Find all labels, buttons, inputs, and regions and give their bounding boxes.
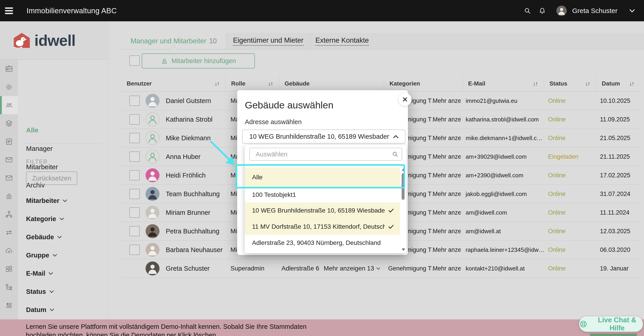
- user-name: Team Buchhaltung: [166, 190, 220, 198]
- avatar: [146, 94, 160, 108]
- hamburger-menu-icon[interactable]: [5, 7, 14, 14]
- address-select[interactable]: 10 WEG Brunhildenstraße 10, 65189 Wiesba…: [242, 129, 406, 144]
- sort-icons[interactable]: ↓↑: [585, 80, 590, 87]
- chevron-down-icon: [52, 254, 57, 257]
- add-employee-button[interactable]: Mitarbeiter hinzufügen: [142, 53, 255, 68]
- settings-gear-icon[interactable]: [0, 78, 18, 96]
- scroll-down-arrow[interactable]: [402, 249, 405, 251]
- user-date: 12.03.2025: [596, 228, 640, 235]
- dropdown-scrollbar[interactable]: [401, 168, 405, 251]
- chevron-up-icon: [393, 135, 399, 138]
- hierarchy-tree-icon[interactable]: [0, 278, 18, 296]
- categories-more-link[interactable]: Mehr anzeigen: [433, 191, 461, 198]
- document-icon[interactable]: [0, 132, 18, 151]
- row-checkbox[interactable]: [130, 151, 140, 162]
- sort-icons[interactable]: ↓↑: [533, 80, 538, 87]
- filter-kategorie[interactable]: Kategorie: [26, 215, 64, 223]
- components-grid-icon[interactable]: [0, 260, 18, 278]
- sitemap-icon[interactable]: [0, 205, 18, 223]
- select-all-checkbox[interactable]: [130, 55, 140, 66]
- row-checkbox[interactable]: [130, 207, 140, 218]
- search-icon[interactable]: [523, 6, 532, 15]
- filter-mitarbeiter[interactable]: Mitarbeiter: [26, 197, 68, 205]
- user-email: am+2390@idwell.com: [462, 172, 544, 179]
- tab-manager-und-mitarbeiter[interactable]: Manager und Mitarbeiter 10: [121, 33, 226, 49]
- building-more-toggle[interactable]: Mehr anzeigen 13: [324, 265, 380, 272]
- avatar: [146, 224, 160, 238]
- building-cell: Adlerstraße 6 Mehr anzeigen 13: [279, 265, 384, 272]
- sort-icons[interactable]: ↓↑: [268, 80, 273, 87]
- categories-value: Genehmigung T…: [388, 265, 433, 272]
- mail-icon[interactable]: [0, 151, 18, 169]
- categories-more-link[interactable]: Mehr anzeigen: [433, 209, 461, 216]
- categories-more-link[interactable]: Mehr anzeigen: [433, 265, 461, 272]
- row-checkbox[interactable]: [130, 114, 140, 125]
- column-rolle: Rolle: [231, 80, 246, 87]
- tab-externe-kontakte[interactable]: Externe Kontakte: [310, 33, 374, 49]
- user-email: mike.diekmann+1@idwell.c…: [462, 135, 544, 142]
- user-name[interactable]: Greta Schuster: [572, 7, 618, 14]
- categories-more-link[interactable]: Mehr anzeigen: [433, 247, 461, 253]
- categories-more-link[interactable]: Mehr anzeigen: [433, 97, 461, 104]
- status-badge: Online: [548, 116, 566, 123]
- table-row-current-user[interactable]: Greta Schuster Superadmin Adlerstraße 6 …: [121, 259, 640, 278]
- filter-datum[interactable]: Datum: [26, 306, 54, 314]
- live-chat-button[interactable]: Live Chat & Hilfe: [579, 317, 643, 332]
- address-search-input[interactable]: [249, 148, 402, 161]
- cloud-upload-icon[interactable]: [0, 242, 18, 260]
- scroll-up-arrow[interactable]: [402, 168, 405, 171]
- status-circles-icon[interactable]: [0, 296, 18, 314]
- user-menu-chevron-down-icon[interactable]: [629, 9, 635, 12]
- idwell-bird-house-icon: [12, 31, 31, 50]
- close-button[interactable]: [398, 93, 412, 106]
- row-checkbox[interactable]: [130, 133, 140, 143]
- user-date: 17.02.2025: [596, 172, 640, 179]
- sort-icons[interactable]: ↓↑: [629, 80, 634, 87]
- row-checkbox[interactable]: [130, 96, 140, 106]
- selected-address: 10 WEG Brunhildenstraße 10, 65189 Wiesba…: [249, 133, 389, 140]
- user-name: Petra Buchhaltung: [166, 228, 220, 235]
- user-email: am@idwell.at: [462, 228, 544, 235]
- transfer-arrows-icon[interactable]: [0, 223, 18, 242]
- user-date: 11.11.2024: [596, 209, 640, 216]
- sort-icons[interactable]: ↓↑: [214, 80, 219, 87]
- option-adlerstrasse[interactable]: Adlerstraße 23, 90403 Nürnberg, Deutschl…: [245, 235, 400, 251]
- row-checkbox[interactable]: [130, 189, 140, 199]
- check-icon: [388, 207, 394, 214]
- option-alle[interactable]: Alle: [245, 167, 400, 187]
- filter-email[interactable]: E-Mail: [26, 270, 53, 277]
- filter-gruppe[interactable]: Gruppe: [26, 252, 57, 259]
- user-avatar[interactable]: [556, 5, 567, 16]
- user-date: 06.03.2020: [596, 247, 640, 253]
- option-weg-brunhildenstrasse[interactable]: 10 WEG Brunhildenstraße 10, 65189 Wiesba…: [245, 202, 400, 219]
- categories-more-link[interactable]: Mehr anzeigen: [433, 228, 461, 235]
- lock-icon[interactable]: [0, 187, 18, 205]
- contacts-card-icon[interactable]: [0, 60, 18, 78]
- categories-more-link[interactable]: Mehr anzeigen: [433, 172, 461, 179]
- categories-more-link[interactable]: Mehr anzeigen: [433, 116, 461, 123]
- categories-more-link[interactable]: Mehr anzeigen: [433, 135, 461, 142]
- layers-icon[interactable]: [0, 114, 18, 132]
- row-checkbox[interactable]: [130, 226, 140, 236]
- scrollbar-thumb[interactable]: [402, 173, 404, 200]
- notifications-bell-icon[interactable]: [538, 6, 547, 15]
- option-testobjekt[interactable]: 100 Testobjekt1: [245, 187, 400, 202]
- filter-reset-button[interactable]: Zurücksetzen: [26, 171, 77, 185]
- user-name: Anna Huber: [166, 153, 200, 160]
- tab-eigentuemer-und-mieter[interactable]: Eigentümer und Mieter: [226, 33, 310, 49]
- mail-campaign-icon[interactable]: [0, 169, 18, 187]
- team-people-icon[interactable]: [0, 96, 18, 114]
- user-name: Barbara Neuhauser: [166, 246, 222, 254]
- app-title: Immobilienverwaltung ABC: [26, 6, 117, 15]
- categories-more-link[interactable]: Mehr anzeigen: [433, 153, 461, 160]
- filter-gebaeude[interactable]: Gebäude: [26, 233, 62, 241]
- row-checkbox[interactable]: [130, 170, 140, 180]
- user-email: jakob.eggli@idwell.com: [462, 191, 544, 198]
- row-checkbox[interactable]: [130, 245, 140, 255]
- filter-status[interactable]: Status: [26, 288, 54, 295]
- column-gebaeude: Gebäude: [284, 80, 310, 87]
- sidebar-item-alle[interactable]: Alle: [26, 126, 38, 134]
- user-name: Heidi Fröhlich: [166, 172, 206, 179]
- option-mv-dorfstrasse[interactable]: 11 MV Dorfstraße 10, 17153 Kittendorf, D…: [245, 219, 400, 235]
- sidebar-item-manager[interactable]: Manager: [26, 145, 52, 152]
